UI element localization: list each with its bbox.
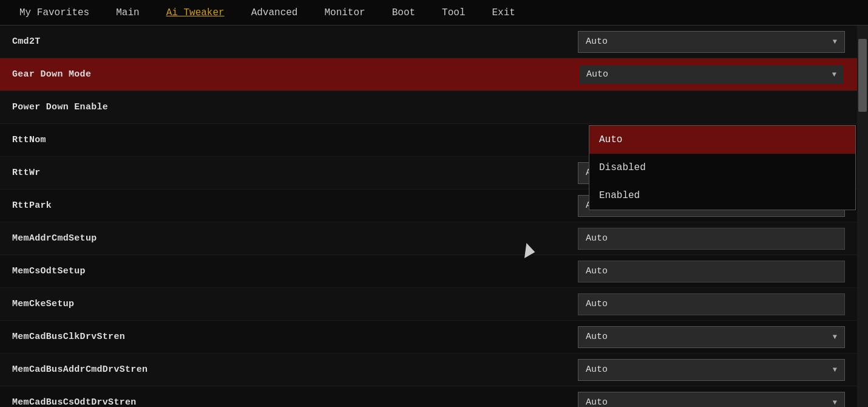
- setting-control: Auto▼: [578, 359, 845, 381]
- dropdown-arrow-icon: ▼: [833, 398, 837, 407]
- dropdown-arrow-icon: ▼: [833, 333, 837, 341]
- nav-item-main[interactable]: Main: [103, 0, 152, 26]
- setting-label: MemCadBusClkDrvStren: [12, 332, 578, 342]
- dropdown-option-enabled[interactable]: Enabled: [589, 182, 855, 210]
- setting-label: MemAddrCmdSetup: [12, 233, 578, 244]
- setting-row-memaddrcmdsetup[interactable]: MemAddrCmdSetupAuto: [0, 222, 857, 255]
- content-area: Cmd2TAuto▼Gear Down ModeAuto▼Power Down …: [0, 26, 868, 407]
- setting-label: Power Down Enable: [12, 102, 578, 112]
- nav-item-boot[interactable]: Boot: [379, 0, 429, 26]
- setting-control: Auto: [578, 261, 845, 282]
- dropdown-arrow-icon: ▼: [833, 366, 837, 374]
- dropdown-memcadbusaddrcmddrvstren[interactable]: Auto▼: [578, 359, 845, 381]
- text-input-memckesetup[interactable]: Auto: [578, 293, 845, 315]
- dropdown-value: Auto: [586, 364, 608, 375]
- nav-item-ai-tweaker[interactable]: Ai Tweaker: [153, 0, 238, 26]
- dropdown-arrow-icon: ▼: [832, 70, 836, 79]
- setting-row-memcadbusaddrcmddrvstren[interactable]: MemCadBusAddrCmdDrvStrenAuto▼: [0, 354, 857, 386]
- dropdown-option-disabled[interactable]: Disabled: [589, 154, 855, 182]
- setting-control: Auto: [578, 293, 845, 315]
- setting-row-memcadbuscsodtdrvstren[interactable]: MemCadBusCsOdtDrvStrenAuto▼: [0, 386, 857, 407]
- nav-item-tool[interactable]: Tool: [429, 0, 478, 26]
- setting-label: MemCadBusAddrCmdDrvStren: [12, 364, 578, 375]
- setting-control: Auto▼: [578, 31, 845, 53]
- setting-label: RttPark: [12, 200, 578, 211]
- setting-control: Auto▼: [578, 326, 845, 348]
- setting-label: MemCadBusCsOdtDrvStren: [12, 397, 578, 407]
- setting-control: Auto: [578, 228, 845, 250]
- dropdown-memcadbusclkdrvstren[interactable]: Auto▼: [578, 326, 845, 348]
- setting-row-gear-down-mode[interactable]: Gear Down ModeAuto▼: [0, 58, 857, 91]
- dropdown-value: Auto: [586, 332, 608, 342]
- setting-label: MemCsOdtSetup: [12, 266, 578, 276]
- setting-control: Auto▼: [578, 392, 845, 408]
- dropdown-gear-down-mode[interactable]: Auto▼: [578, 64, 845, 86]
- dropdown-cmd2t[interactable]: Auto▼: [578, 31, 845, 53]
- nav-item-monitor[interactable]: Monitor: [311, 0, 378, 26]
- dropdown-value: Auto: [586, 36, 608, 47]
- settings-list: Cmd2TAuto▼Gear Down ModeAuto▼Power Down …: [0, 26, 857, 407]
- setting-label: MemCkeSetup: [12, 299, 578, 309]
- text-input-memaddrcmdsetup[interactable]: Auto: [578, 228, 845, 250]
- dropdown-option-auto[interactable]: Auto: [589, 126, 855, 154]
- setting-label: Cmd2T: [12, 36, 578, 47]
- setting-label: RttNom: [12, 135, 578, 145]
- setting-control: Auto▼: [578, 64, 845, 86]
- gear-down-mode-dropdown-popup: AutoDisabledEnabled: [589, 125, 856, 210]
- setting-row-memckesetup[interactable]: MemCkeSetupAuto: [0, 288, 857, 321]
- dropdown-value: Auto: [586, 397, 608, 407]
- top-nav: My FavoritesMainAi TweakerAdvancedMonito…: [0, 0, 868, 26]
- setting-row-memcsodtsetup[interactable]: MemCsOdtSetupAuto: [0, 255, 857, 288]
- nav-item-my-favorites[interactable]: My Favorites: [6, 0, 103, 26]
- text-input-memcsodtsetup[interactable]: Auto: [578, 261, 845, 282]
- setting-label: Gear Down Mode: [12, 69, 578, 80]
- dropdown-value: Auto: [586, 69, 608, 80]
- nav-item-exit[interactable]: Exit: [478, 0, 528, 26]
- scrollbar-thumb[interactable]: [858, 39, 867, 112]
- dropdown-arrow-icon: ▼: [833, 38, 837, 46]
- dropdown-memcadbuscsodtdrvstren[interactable]: Auto▼: [578, 392, 845, 408]
- setting-label: RttWr: [12, 168, 578, 178]
- nav-item-advanced[interactable]: Advanced: [238, 0, 311, 26]
- setting-row-power-down-enable[interactable]: Power Down Enable: [0, 91, 857, 124]
- setting-row-cmd2t[interactable]: Cmd2TAuto▼: [0, 26, 857, 58]
- setting-row-memcadbusclkdrvstren[interactable]: MemCadBusClkDrvStrenAuto▼: [0, 321, 857, 354]
- scrollbar-track[interactable]: [857, 26, 868, 407]
